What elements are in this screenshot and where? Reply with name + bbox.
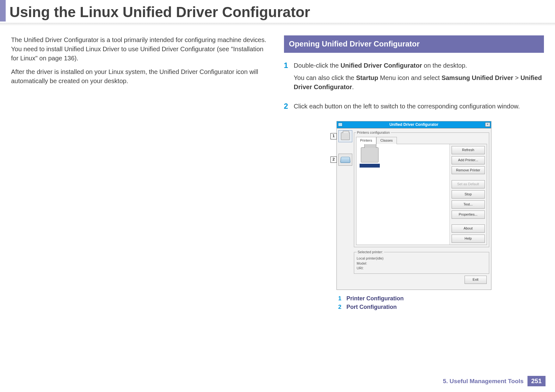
about-button[interactable]: About bbox=[452, 224, 485, 233]
chapter-label: 5. Useful Management Tools bbox=[443, 378, 523, 385]
bold-text: Startup bbox=[356, 74, 378, 81]
step-body: Click each button on the left to switch … bbox=[294, 102, 544, 114]
sidebar-printer-button[interactable]: 1 bbox=[338, 130, 352, 142]
add-printer-button[interactable]: Add Printer... bbox=[452, 156, 485, 164]
intro-paragraph-2: After the driver is installed on your Li… bbox=[11, 67, 271, 86]
selection-bar bbox=[360, 164, 380, 168]
step-1-line-1: Double-click the Unified Driver Configur… bbox=[294, 61, 544, 70]
header-accent bbox=[0, 0, 6, 21]
text: on the desktop. bbox=[422, 62, 467, 69]
bold-text: Unified Driver Configurator bbox=[341, 62, 422, 69]
legend-text: Printer Configuration bbox=[347, 294, 404, 303]
text: Menu icon and select bbox=[378, 74, 441, 81]
set-default-button[interactable]: Set as Default bbox=[452, 180, 485, 188]
selected-printer-fieldset: Selected printer: Local printer(idle) Mo… bbox=[354, 250, 489, 274]
step-2: 2 Click each button on the left to switc… bbox=[284, 102, 544, 114]
refresh-button[interactable]: Refresh bbox=[452, 146, 485, 154]
step-number: 2 bbox=[284, 102, 288, 114]
main-area: Printers configuration Printers Classes bbox=[354, 128, 491, 288]
printer-item[interactable] bbox=[360, 147, 380, 168]
right-column: Opening Unified Driver Configurator 1 Do… bbox=[284, 35, 544, 311]
page-footer: 5. Useful Management Tools 251 bbox=[443, 376, 546, 386]
remove-printer-button[interactable]: Remove Printer bbox=[452, 166, 485, 175]
step-2-text: Click each button on the left to switch … bbox=[294, 102, 544, 111]
text: . bbox=[352, 83, 354, 90]
legend-row: 1 Printer Configuration bbox=[338, 294, 544, 303]
printer-icon bbox=[341, 132, 350, 140]
section-header: Opening Unified Driver Configurator bbox=[284, 35, 544, 53]
legend-row: 2 Port Configuration bbox=[338, 303, 544, 311]
figure-container: Unified Driver Configurator × 1 2 bbox=[284, 121, 544, 290]
sidebar: 1 2 bbox=[337, 128, 354, 288]
bold-text: Samsung Unified Driver bbox=[441, 74, 513, 81]
legend-number: 1 bbox=[338, 294, 343, 303]
intro-paragraph-1: The Unified Driver Configurator is a too… bbox=[11, 35, 271, 63]
help-button[interactable]: Help bbox=[452, 235, 485, 243]
printers-config-fieldset: Printers configuration Printers Classes bbox=[354, 130, 489, 247]
legend-text: Port Configuration bbox=[347, 303, 397, 311]
tab-printers[interactable]: Printers bbox=[356, 137, 376, 144]
selected-printer-legend: Selected printer: bbox=[357, 250, 384, 255]
window-title: Unified Driver Configurator bbox=[337, 122, 491, 127]
printers-pane: Refresh Add Printer... Remove Printer Se… bbox=[356, 144, 487, 245]
tab-classes[interactable]: Classes bbox=[376, 137, 397, 144]
legend-number: 2 bbox=[338, 303, 343, 311]
text: Double-click the bbox=[294, 62, 341, 69]
figure-legend: 1 Printer Configuration 2 Port Configura… bbox=[338, 294, 544, 311]
fieldset-legend: Printers configuration bbox=[356, 130, 391, 135]
tabs: Printers Classes bbox=[356, 137, 487, 144]
selected-line-3: URI: bbox=[357, 266, 486, 271]
text: > bbox=[513, 74, 521, 81]
selected-line-1: Local printer(idle) bbox=[357, 256, 486, 261]
printer-list[interactable] bbox=[356, 144, 449, 245]
callout-2: 2 bbox=[330, 156, 337, 163]
selected-line-2: Model: bbox=[357, 261, 486, 266]
page-header: Using the Linux Unified Driver Configura… bbox=[0, 0, 555, 21]
left-column: The Unified Driver Configurator is a too… bbox=[11, 35, 271, 311]
page-title: Using the Linux Unified Driver Configura… bbox=[6, 1, 310, 21]
configurator-window: Unified Driver Configurator × 1 2 bbox=[336, 121, 491, 290]
content-area: The Unified Driver Configurator is a too… bbox=[0, 26, 555, 311]
window-body: 1 2 Printers configuration Printers bbox=[337, 128, 491, 290]
test-button[interactable]: Test... bbox=[452, 200, 485, 209]
button-column: Refresh Add Printer... Remove Printer Se… bbox=[449, 144, 487, 245]
step-number: 1 bbox=[284, 61, 288, 95]
window-footer: Exit bbox=[354, 274, 489, 286]
stop-button[interactable]: Stop bbox=[452, 190, 485, 199]
page-number: 251 bbox=[527, 376, 546, 386]
step-1-line-2: You can also click the Startup Menu icon… bbox=[294, 73, 544, 92]
printer-image-icon bbox=[361, 147, 379, 162]
header-shadow bbox=[0, 23, 555, 26]
port-icon bbox=[340, 157, 350, 163]
window-titlebar: Unified Driver Configurator × bbox=[337, 121, 491, 128]
step-body: Double-click the Unified Driver Configur… bbox=[294, 61, 544, 95]
text: You can also click the bbox=[294, 74, 356, 81]
step-1: 1 Double-click the Unified Driver Config… bbox=[284, 61, 544, 95]
sidebar-port-button[interactable]: 2 bbox=[338, 154, 352, 166]
callout-1: 1 bbox=[330, 133, 337, 139]
exit-button[interactable]: Exit bbox=[465, 276, 487, 284]
properties-button[interactable]: Properties... bbox=[452, 211, 485, 219]
